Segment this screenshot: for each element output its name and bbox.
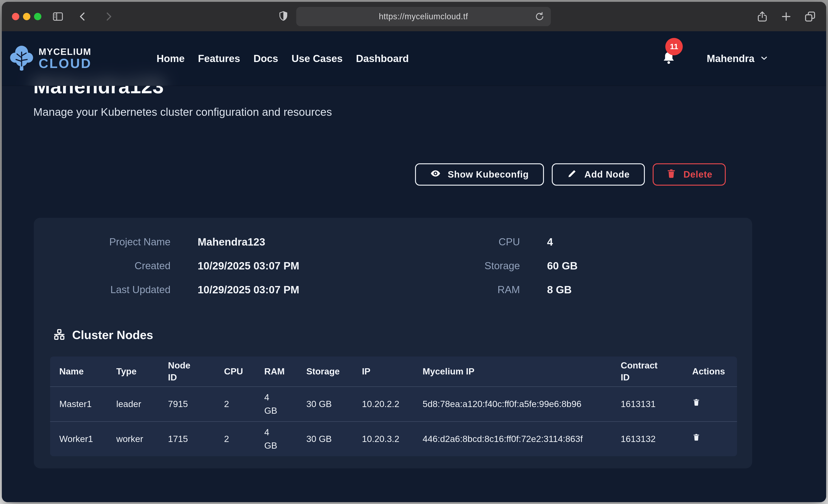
field-label: Last Updated bbox=[54, 284, 170, 295]
cell-name: Master1 bbox=[50, 387, 107, 421]
show-kubeconfig-button[interactable]: Show Kubeconfig bbox=[415, 163, 544, 185]
cell-ram: 4 GB bbox=[255, 422, 297, 456]
field-value: 10/29/2025 03:07 PM bbox=[198, 260, 299, 272]
page-content: Mahendra123 Manage your Kubernetes clust… bbox=[2, 31, 826, 502]
table-header-row: Name Type Node ID CPU RAM Storage IP Myc… bbox=[50, 356, 737, 387]
add-node-button[interactable]: Add Node bbox=[552, 163, 645, 185]
cell-storage: 30 GB bbox=[297, 387, 353, 421]
cell-actions bbox=[683, 422, 737, 456]
delete-node-button[interactable] bbox=[692, 432, 700, 446]
cell-storage: 30 GB bbox=[297, 422, 353, 456]
delete-cluster-button[interactable]: Delete bbox=[653, 163, 726, 185]
project-info-card: Project Name Mahendra123 Created 10/29/2… bbox=[34, 218, 752, 468]
zoom-window-button[interactable] bbox=[34, 13, 41, 20]
nav-link-dashboard[interactable]: Dashboard bbox=[356, 53, 409, 64]
nav-link-home[interactable]: Home bbox=[157, 53, 184, 64]
trash-icon bbox=[692, 432, 700, 446]
project-info-right: CPU 4 Storage 60 GB RAM 8 GB bbox=[423, 236, 578, 296]
share-icon[interactable] bbox=[756, 10, 768, 23]
browser-window: https://myceliumcloud.tf bbox=[2, 2, 826, 502]
user-name: Mahendra bbox=[707, 53, 754, 64]
field-label: Created bbox=[54, 260, 170, 271]
privacy-shield-icon[interactable] bbox=[277, 10, 289, 23]
cell-cpu: 2 bbox=[215, 387, 255, 421]
nav-links: Home Features Docs Use Cases Dashboard bbox=[157, 53, 409, 64]
field-value: 10/29/2025 03:07 PM bbox=[198, 284, 299, 296]
trash-icon bbox=[666, 168, 676, 181]
column-header-cpu: CPU bbox=[215, 356, 255, 386]
cell-type: leader bbox=[107, 387, 159, 421]
nav-link-features[interactable]: Features bbox=[198, 53, 240, 64]
cell-ram: 4 GB bbox=[255, 387, 297, 421]
brand-logo-icon bbox=[8, 42, 35, 75]
cell-type: worker bbox=[107, 422, 159, 456]
field-value: 60 GB bbox=[547, 260, 578, 272]
column-header-node-id: Node ID bbox=[159, 356, 215, 386]
cell-name: Worker1 bbox=[50, 422, 107, 456]
cell-cpu: 2 bbox=[215, 422, 255, 456]
cluster-nodes-heading: Cluster Nodes bbox=[53, 328, 752, 342]
window-controls bbox=[12, 13, 41, 20]
field-label: Storage bbox=[423, 260, 520, 271]
field-value: 8 GB bbox=[547, 284, 578, 296]
network-nodes-icon bbox=[53, 328, 66, 342]
column-header-ip: IP bbox=[353, 356, 413, 386]
site-viewport: Mahendra123 Manage your Kubernetes clust… bbox=[2, 31, 826, 502]
nav-link-use-cases[interactable]: Use Cases bbox=[291, 53, 343, 64]
url-text: https://myceliumcloud.tf bbox=[379, 12, 468, 22]
field-value: 4 bbox=[547, 236, 578, 248]
cell-mycelium-ip: 446:d2a6:8bcd:8c16:ff0f:72e2:3114:863f bbox=[413, 422, 612, 456]
field-label: CPU bbox=[423, 236, 520, 248]
table-row: Worker1 worker 1715 2 4 GB 30 GB 10.20.3… bbox=[50, 421, 737, 456]
browser-toolbar: https://myceliumcloud.tf bbox=[2, 2, 826, 31]
cell-node-id: 1715 bbox=[159, 422, 215, 456]
trash-icon bbox=[692, 397, 700, 411]
table-row: Master1 leader 7915 2 4 GB 30 GB 10.20.2… bbox=[50, 387, 737, 421]
cell-contract-id: 1613132 bbox=[612, 422, 683, 456]
minimize-window-button[interactable] bbox=[23, 13, 30, 20]
cell-mycelium-ip: 5d8:78ea:a120:f40c:ff0f:a5fe:99e6:8b96 bbox=[413, 387, 612, 421]
tabs-overview-icon[interactable] bbox=[804, 10, 816, 23]
delete-node-button[interactable] bbox=[692, 397, 700, 411]
column-header-storage: Storage bbox=[297, 356, 353, 386]
field-label: Project Name bbox=[54, 236, 170, 248]
close-window-button[interactable] bbox=[12, 13, 19, 20]
pencil-icon bbox=[567, 168, 578, 181]
notifications-button[interactable]: 11 bbox=[661, 50, 676, 67]
nav-link-docs[interactable]: Docs bbox=[253, 53, 278, 64]
cluster-nodes-table: Name Type Node ID CPU RAM Storage IP Myc… bbox=[50, 356, 737, 456]
chevron-down-icon bbox=[759, 53, 769, 64]
notification-badge: 11 bbox=[665, 38, 683, 55]
cell-node-id: 7915 bbox=[159, 387, 215, 421]
brand-name-top: MYCELIUM bbox=[39, 47, 92, 56]
page-subtitle: Manage your Kubernetes cluster configura… bbox=[33, 106, 826, 118]
cell-ip: 10.20.2.2 bbox=[353, 387, 413, 421]
column-header-ram: RAM bbox=[255, 356, 297, 386]
forward-icon[interactable] bbox=[102, 10, 115, 23]
bell-icon bbox=[661, 63, 676, 67]
project-info-left: Project Name Mahendra123 Created 10/29/2… bbox=[54, 236, 299, 296]
brand-name-bottom: CLOUD bbox=[39, 57, 92, 70]
field-value: Mahendra123 bbox=[198, 236, 299, 248]
back-icon[interactable] bbox=[77, 10, 89, 23]
address-bar[interactable]: https://myceliumcloud.tf bbox=[296, 7, 551, 26]
project-info: Project Name Mahendra123 Created 10/29/2… bbox=[34, 218, 752, 296]
sidebar-toggle-icon[interactable] bbox=[52, 10, 64, 23]
new-tab-icon[interactable] bbox=[780, 10, 792, 23]
cell-ip: 10.20.3.2 bbox=[353, 422, 413, 456]
field-label: RAM bbox=[423, 284, 520, 295]
site-navbar: MYCELIUM CLOUD Home Features Docs Use Ca… bbox=[2, 31, 826, 86]
cluster-actions: Show Kubeconfig Add Node bbox=[2, 163, 826, 185]
user-menu[interactable]: Mahendra bbox=[707, 53, 769, 64]
column-header-actions: Actions bbox=[683, 356, 737, 386]
column-header-contract-id: Contract ID bbox=[612, 356, 683, 386]
column-header-name: Name bbox=[50, 356, 107, 386]
brand-logo[interactable]: MYCELIUM CLOUD bbox=[8, 42, 92, 75]
eye-icon bbox=[430, 168, 441, 181]
column-header-mycelium-ip: Mycelium IP bbox=[413, 356, 612, 386]
cell-contract-id: 1613131 bbox=[612, 387, 683, 421]
reload-icon[interactable] bbox=[534, 11, 545, 22]
column-header-type: Type bbox=[107, 356, 159, 386]
cell-actions bbox=[683, 387, 737, 421]
